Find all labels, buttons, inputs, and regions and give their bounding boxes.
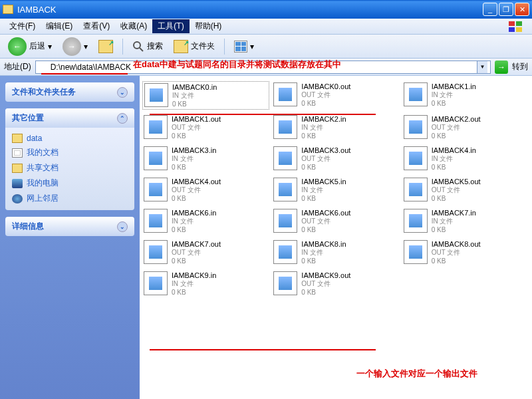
panel-tasks-header[interactable]: 文件和文件夹任务 ⌄ — [5, 82, 134, 102]
file-item[interactable]: IAMBACK0.in IN 文件 0 KB — [142, 81, 269, 110]
panel-details-header[interactable]: 详细信息 ⌄ — [5, 217, 134, 236]
file-info: IAMBACK6.in IN 文件 0 KB — [172, 209, 216, 233]
annotation-underline — [150, 349, 376, 350]
file-size: 0 KB — [301, 132, 346, 140]
sidebar-item-pc[interactable]: 我的电脑 — [12, 176, 128, 191]
file-type: IN 文件 — [432, 217, 476, 226]
file-item[interactable]: IAMBACK1.out OUT 文件 0 KB — [142, 114, 269, 141]
file-name: IAMBACK1.in — [432, 82, 476, 90]
file-size: 0 KB — [172, 289, 216, 296]
file-view[interactable]: IAMBACK0.in IN 文件 0 KB IAMBACK0.out OUT … — [140, 76, 532, 399]
menu-file[interactable]: 文件(F) — [4, 19, 41, 33]
file-icon — [273, 115, 297, 139]
maximize-button[interactable]: ❐ — [499, 3, 513, 16]
file-size: 0 KB — [432, 132, 481, 140]
file-item[interactable]: IAMBACK2.in IN 文件 0 KB — [272, 114, 399, 141]
sidebar-item-net[interactable]: 网上邻居 — [12, 191, 128, 206]
file-type: OUT 文件 — [301, 90, 350, 100]
file-icon — [273, 178, 297, 201]
svg-rect-0 — [509, 21, 515, 26]
file-item[interactable]: IAMBACK5.out OUT 文件 0 KB — [402, 176, 529, 203]
menu-favorites[interactable]: 收藏(A) — [115, 19, 152, 33]
file-icon — [404, 146, 428, 170]
file-info: IAMBACK5.in IN 文件 0 KB — [301, 178, 346, 202]
file-item[interactable]: IAMBACK0.out OUT 文件 0 KB — [272, 81, 399, 110]
file-item[interactable]: IAMBACK4.in IN 文件 0 KB — [402, 145, 529, 172]
sidebar-item-folder[interactable]: data — [12, 132, 128, 145]
file-info: IAMBACK1.out OUT 文件 0 KB — [172, 115, 221, 140]
views-button[interactable]: ▾ — [230, 39, 258, 55]
file-icon — [273, 209, 297, 233]
file-type: OUT 文件 — [172, 123, 221, 132]
menu-help[interactable]: 帮助(H) — [190, 19, 227, 33]
file-item[interactable]: IAMBACK6.out OUT 文件 0 KB — [272, 207, 399, 235]
file-item[interactable]: IAMBACK7.out OUT 文件 0 KB — [142, 239, 269, 266]
file-name: IAMBACK6.in — [172, 209, 216, 217]
menu-tools[interactable]: 工具(T) — [152, 19, 189, 33]
folders-button[interactable]: 文件夹 — [170, 38, 219, 55]
file-item[interactable]: IAMBACK3.out OUT 文件 0 KB — [272, 145, 399, 172]
search-icon — [132, 41, 144, 53]
file-type: IN 文件 — [301, 186, 346, 195]
up-button[interactable] — [94, 38, 117, 55]
file-item[interactable]: IAMBACK6.in IN 文件 0 KB — [142, 207, 269, 235]
file-size: 0 KB — [172, 100, 217, 108]
file-info: IAMBACK1.in IN 文件 0 KB — [432, 82, 476, 107]
menu-bar: 文件(F) 编辑(E) 查看(V) 收藏(A) 工具(T) 帮助(H) — [0, 19, 532, 35]
file-info: IAMBACK4.out OUT 文件 0 KB — [172, 178, 221, 202]
file-type: OUT 文件 — [432, 123, 481, 132]
forward-button[interactable]: → ▾ — [59, 35, 92, 58]
folder-icon — [39, 63, 48, 71]
file-name: IAMBACK9.out — [301, 271, 350, 279]
sidebar: 文件和文件夹任务 ⌄ 其它位置 ⌃ data我的文档共享文档我的电脑网上邻居 详… — [0, 76, 140, 399]
svg-rect-3 — [516, 27, 522, 32]
file-name: IAMBACK2.in — [301, 115, 346, 123]
chevron-down-icon: ▾ — [250, 42, 254, 51]
docs-icon — [12, 148, 23, 158]
file-item[interactable]: IAMBACK1.in IN 文件 0 KB — [402, 81, 529, 110]
toolbar: ← 后退 ▾ → ▾ 搜索 文件夹 ▾ — [0, 35, 532, 59]
file-info: IAMBACK3.in IN 文件 0 KB — [172, 146, 216, 171]
file-type: OUT 文件 — [432, 248, 481, 257]
file-size: 0 KB — [432, 100, 476, 107]
file-name: IAMBACK0.in — [172, 83, 217, 91]
file-size: 0 KB — [432, 195, 481, 202]
minimize-button[interactable]: _ — [483, 3, 497, 16]
address-dropdown-icon[interactable]: ▼ — [477, 61, 487, 73]
pc-icon — [12, 179, 23, 188]
file-icon — [273, 271, 297, 295]
file-icon — [404, 82, 428, 106]
file-info: IAMBACK8.in IN 文件 0 KB — [301, 240, 346, 265]
file-item[interactable]: IAMBACK2.out OUT 文件 0 KB — [402, 114, 529, 141]
panel-other-header[interactable]: 其它位置 ⌃ — [5, 108, 134, 128]
panel-tasks: 文件和文件夹任务 ⌄ — [5, 82, 134, 102]
file-name: IAMBACK3.out — [301, 146, 350, 154]
file-name: IAMBACK8.in — [301, 240, 346, 248]
file-info: IAMBACK2.out OUT 文件 0 KB — [432, 115, 481, 140]
search-button[interactable]: 搜索 — [128, 39, 167, 55]
file-item[interactable]: IAMBACK4.out OUT 文件 0 KB — [142, 176, 269, 203]
file-item[interactable]: IAMBACK8.out OUT 文件 0 KB — [402, 239, 529, 266]
panel-tasks-title: 文件和文件夹任务 — [12, 86, 76, 98]
file-info: IAMBACK6.out OUT 文件 0 KB — [301, 209, 350, 233]
file-size: 0 KB — [172, 257, 221, 265]
sidebar-item-share[interactable]: 共享文档 — [12, 160, 128, 176]
file-size: 0 KB — [432, 164, 476, 171]
file-item[interactable]: IAMBACK7.in IN 文件 0 KB — [402, 207, 529, 235]
go-button[interactable]: → — [495, 61, 508, 74]
close-button[interactable]: ✕ — [515, 3, 529, 16]
file-item[interactable]: IAMBACK9.in IN 文件 0 KB — [142, 270, 269, 297]
menu-edit[interactable]: 编辑(E) — [41, 19, 78, 33]
sidebar-item-docs[interactable]: 我的文档 — [12, 145, 128, 160]
file-item[interactable]: IAMBACK9.out OUT 文件 0 KB — [272, 270, 399, 297]
file-info: IAMBACK4.in IN 文件 0 KB — [432, 146, 476, 171]
menu-view[interactable]: 查看(V) — [78, 19, 115, 33]
file-size: 0 KB — [301, 164, 350, 171]
file-item[interactable]: IAMBACK3.in IN 文件 0 KB — [142, 145, 269, 172]
file-item[interactable]: IAMBACK5.in IN 文件 0 KB — [272, 176, 399, 203]
file-type: IN 文件 — [432, 154, 476, 164]
sidebar-item-label: data — [27, 134, 42, 143]
file-info: IAMBACK9.in IN 文件 0 KB — [172, 271, 216, 296]
back-button[interactable]: ← 后退 ▾ — [4, 35, 56, 58]
file-item[interactable]: IAMBACK8.in IN 文件 0 KB — [272, 239, 399, 266]
